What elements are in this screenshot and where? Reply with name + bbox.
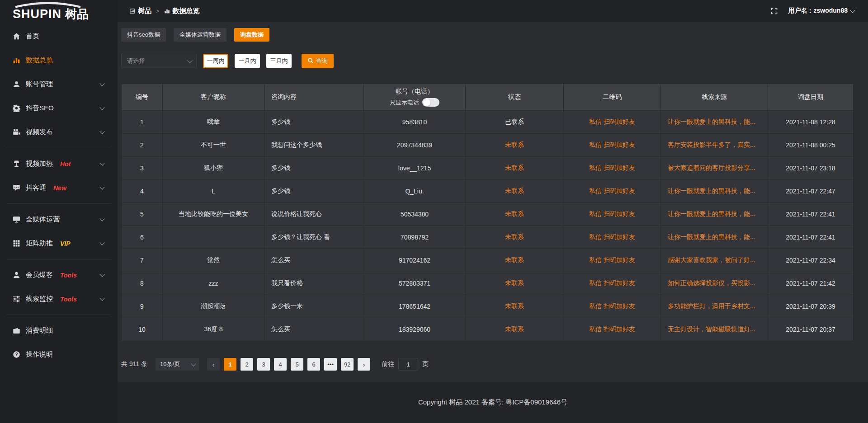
page-ellipsis-button[interactable]: ••• — [324, 358, 337, 371]
tab-inquiry-data[interactable]: 询盘数据 — [234, 28, 269, 42]
chevron-down-icon — [187, 58, 192, 63]
breadcrumb-current[interactable]: 数据总览 — [173, 7, 200, 15]
cell-id: 2 — [122, 134, 163, 156]
breadcrumb: 树品 > 数据总览 — [129, 7, 200, 15]
tab-douyin-seo-data[interactable]: 抖音seo数据 — [121, 28, 166, 42]
hot-badge: Hot — [60, 160, 71, 168]
logo-text-en: SHUPIN — [13, 7, 61, 21]
page-button-3[interactable]: 3 — [257, 358, 270, 371]
cell-content: 多少钱一米 — [264, 295, 364, 318]
tab-omni-media-data[interactable]: 全媒体运营数据 — [174, 28, 226, 42]
sidebar-item-matrix-boost[interactable]: 矩阵助推 VIP — [0, 231, 118, 255]
sidebar-item-lead-monitor[interactable]: 线索监控 Tools — [0, 287, 118, 311]
fullscreen-icon[interactable] — [771, 8, 778, 14]
period-one-month-button[interactable]: 一月内 — [235, 54, 260, 68]
chevron-down-icon — [99, 184, 104, 189]
cell-status: 未联系 — [466, 295, 564, 318]
sidebar-item-video-heat[interactable]: 视频加热 Hot — [0, 152, 118, 176]
qr-friend-link[interactable]: 私信 扫码加好友 — [564, 157, 661, 179]
qr-friend-link[interactable]: 私信 扫码加好友 — [564, 318, 661, 341]
page-button-2[interactable]: 2 — [241, 358, 253, 371]
cell-status: 未联系 — [466, 226, 564, 249]
sidebar-item-douketong[interactable]: 抖客通 New — [0, 176, 118, 200]
lead-source-link[interactable]: 感谢大家喜欢我家，被问了好... — [661, 249, 768, 272]
cell-account: 70898792 — [364, 226, 466, 249]
sidebar-item-label: 抖音SEO — [26, 104, 54, 113]
user-menu[interactable]: 用户名：zswodun88 — [788, 7, 854, 15]
sidebar-item-data-overview[interactable]: 数据总览 — [0, 48, 118, 72]
page-button-5[interactable]: 5 — [291, 358, 303, 371]
goto-page-input[interactable] — [398, 358, 418, 371]
qr-friend-link[interactable]: 私信 扫码加好友 — [564, 203, 661, 226]
sidebar-item-douyin-seo[interactable]: 抖音SEO — [0, 96, 118, 120]
lead-source-link[interactable]: 让你一眼就爱上的黑科技，能... — [661, 180, 768, 202]
table-header-row: 编号 客户昵称 咨询内容 帐号（电话） 只显示电话 状态 二维码 线索来源 询盘… — [122, 84, 853, 110]
sidebar-item-account-mgmt[interactable]: 账号管理 — [0, 72, 118, 96]
lead-source-link[interactable]: 让你一眼就爱上的黑科技，能... — [661, 111, 768, 133]
sidebar-item-help[interactable]: ? 操作说明 — [0, 343, 118, 367]
qr-friend-link[interactable]: 私信 扫码加好友 — [564, 111, 661, 133]
table-row: 10 36度 8 怎么买 183929060 未联系 私信 扫码加好友 无主灯设… — [122, 318, 853, 341]
sidebar-item-video-publish[interactable]: 视频发布 — [0, 120, 118, 144]
period-three-months-button[interactable]: 三月内 — [266, 54, 292, 68]
lead-source-link[interactable]: 让你一眼就爱上的黑科技，能... — [661, 203, 768, 226]
sidebar-item-consumption-detail[interactable]: 消费明细 — [0, 319, 118, 343]
cell-status: 未联系 — [466, 272, 564, 295]
sidebar-item-omni-media[interactable]: 全媒体运营 — [0, 207, 118, 231]
lead-source-link[interactable]: 被大家追着问的客厅投影分享... — [661, 157, 768, 179]
qr-friend-link[interactable]: 私信 扫码加好友 — [564, 295, 661, 318]
sidebar-item-member-burst[interactable]: 会员爆客 Tools — [0, 263, 118, 287]
data-tabs: 抖音seo数据 全媒体运营数据 询盘数据 — [121, 28, 854, 42]
period-one-week-button[interactable]: 一周内 — [203, 54, 228, 68]
copyright-text: Copyright 树品 2021 备案号: 粤ICP备09019646号 — [418, 398, 567, 407]
prev-page-button[interactable]: ‹ — [207, 358, 220, 371]
page-button-92[interactable]: 92 — [341, 358, 354, 371]
cell-content: 多少钱？让我死心 看 — [264, 226, 364, 249]
cell-date: 2021-11-08 00:25 — [768, 134, 853, 156]
tools-badge: Tools — [60, 272, 77, 279]
page-button-4[interactable]: 4 — [274, 358, 287, 371]
cell-account: 2097344839 — [364, 134, 466, 156]
breadcrumb-home[interactable]: 树品 — [138, 7, 151, 15]
next-page-button[interactable]: › — [358, 358, 370, 371]
cell-id: 7 — [122, 249, 163, 272]
cell-date: 2021-11-07 22:41 — [768, 203, 853, 226]
phone-only-toggle[interactable] — [422, 98, 439, 107]
lead-source-link[interactable]: 让你一眼就爱上的黑科技，能... — [661, 226, 768, 249]
lead-source-link[interactable]: 无主灯设计，智能磁吸轨道灯... — [661, 318, 768, 341]
logo-text-cn: 树品 — [65, 7, 89, 21]
qr-friend-link[interactable]: 私信 扫码加好友 — [564, 180, 661, 202]
page-button-6[interactable]: 6 — [307, 358, 320, 371]
lead-source-link[interactable]: 如何正确选择投影仪，买投影... — [661, 272, 768, 295]
col-header-content: 咨询内容 — [264, 84, 364, 110]
qr-friend-link[interactable]: 私信 扫码加好友 — [564, 272, 661, 295]
search-button[interactable]: 查询 — [302, 54, 334, 68]
username-label: 用户名：zswodun88 — [788, 7, 848, 15]
sidebar-item-label: 视频加热 — [26, 160, 53, 168]
menu-divider — [6, 148, 111, 148]
cell-nickname: zzz — [163, 272, 264, 295]
chevron-down-icon — [99, 272, 104, 277]
cell-status: 已联系 — [466, 111, 564, 133]
table-row: 7 觉然 怎么买 917024162 未联系 私信 扫码加好友 感谢大家喜欢我家… — [122, 249, 853, 272]
chevron-down-icon — [99, 216, 104, 221]
cell-status: 未联系 — [466, 249, 564, 272]
cell-id: 10 — [122, 318, 163, 341]
page-button-1[interactable]: 1 — [224, 358, 236, 371]
table-row: 5 当地比较能吃的一位美女 说说价格让我死心 50534380 未联系 私信 扫… — [122, 202, 853, 226]
lead-source-link[interactable]: 客厅安装投影半年多了，真实... — [661, 134, 768, 156]
qr-friend-link[interactable]: 私信 扫码加好友 — [564, 226, 661, 249]
table-row: 4 L 多少钱 Q_Liu. 未联系 私信 扫码加好友 让你一眼就爱上的黑科技，… — [122, 179, 853, 202]
qr-friend-link[interactable]: 私信 扫码加好友 — [564, 249, 661, 272]
sidebar-item-label: 首页 — [26, 32, 39, 41]
sidebar-item-label: 线索监控 — [26, 295, 53, 303]
qr-friend-link[interactable]: 私信 扫码加好友 — [564, 134, 661, 156]
user-icon — [13, 80, 20, 88]
col-header-qr: 二维码 — [564, 84, 661, 110]
sidebar-item-label: 全媒体运营 — [26, 215, 60, 224]
main-column: 树品 > 数据总览 用户名：zswodun88 抖音seo数据 全媒体运营数据 … — [118, 0, 868, 423]
page-size-select[interactable]: 10条/页 — [156, 358, 199, 371]
filter-select[interactable]: 请选择 — [121, 54, 197, 68]
sidebar-item-home[interactable]: 首页 — [0, 24, 118, 48]
lead-source-link[interactable]: 多功能护栏灯，适用于乡村文... — [661, 295, 768, 318]
